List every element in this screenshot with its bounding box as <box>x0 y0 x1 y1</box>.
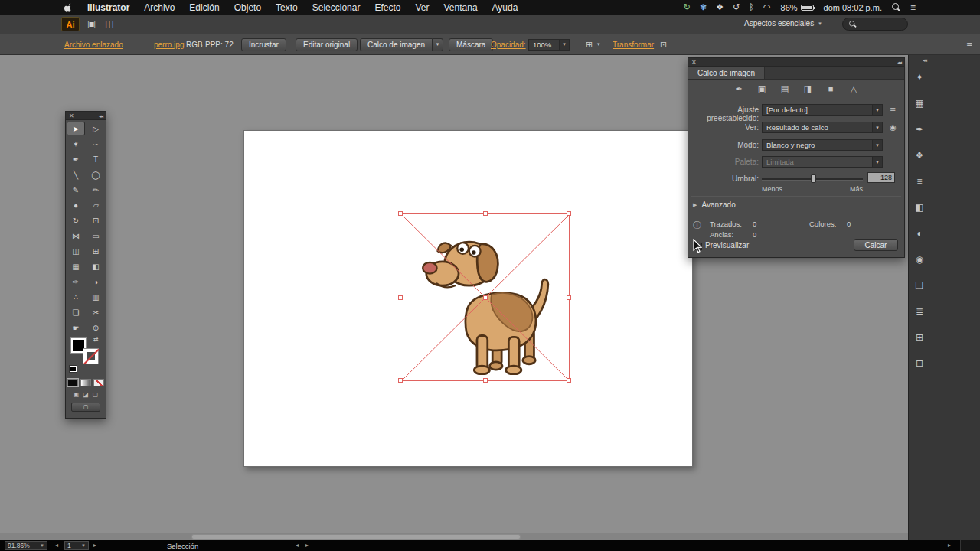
preset-menu-icon[interactable]: ≣ <box>890 106 896 114</box>
tool-perspective-grid[interactable]: ⊞ <box>87 244 105 258</box>
tab-image-trace[interactable]: Calco de imagen <box>688 67 765 79</box>
auto-color-icon[interactable]: ✒ <box>731 83 746 95</box>
tool-column-graph[interactable]: ▥ <box>87 290 105 304</box>
bridge-icon[interactable]: ▣ <box>87 18 96 29</box>
stroke-color-swatch[interactable] <box>83 348 99 364</box>
preset-dropdown[interactable]: [Por defecto] ▾ <box>762 104 883 116</box>
transparency-panel-icon[interactable]: ◐ <box>911 227 928 240</box>
tools-panel-titlebar[interactable]: ✕ ◂◂ <box>66 112 106 120</box>
brushes-panel-icon[interactable]: ✒ <box>911 122 928 136</box>
collapse-icon[interactable]: ◂◂ <box>897 58 901 67</box>
tool-eyedropper[interactable]: ✑ <box>67 275 85 289</box>
tool-width[interactable]: ⋈ <box>67 229 85 243</box>
status-prev-icon[interactable]: ◂ <box>296 542 299 549</box>
grayscale-icon[interactable]: ◨ <box>800 83 815 95</box>
edit-original-button[interactable]: Editar original <box>296 38 358 51</box>
swap-fill-stroke-icon[interactable]: ⇄ <box>93 336 99 343</box>
appearance-panel-icon[interactable]: ◉ <box>911 253 928 266</box>
time-machine-icon[interactable]: ↺ <box>733 3 740 11</box>
zoom-level-dropdown[interactable]: 91.86% ▼ <box>5 541 47 550</box>
selection-handle[interactable] <box>567 378 571 383</box>
selection-center-handle[interactable] <box>483 295 488 300</box>
low-color-icon[interactable]: ▤ <box>777 83 792 95</box>
scroll-right-icon[interactable]: ▸ <box>948 542 951 549</box>
tool-scale[interactable]: ⊡ <box>87 214 105 227</box>
notification-center-icon[interactable]: ≡ <box>910 2 916 13</box>
tool-pen[interactable]: ✒ <box>67 152 85 166</box>
draw-normal-icon[interactable]: ▣ <box>74 391 80 398</box>
linked-file-link[interactable]: Archivo enlazado <box>64 34 123 54</box>
menu-ayuda[interactable]: Ayuda <box>492 2 518 13</box>
search-input[interactable] <box>842 18 908 31</box>
trace-button[interactable]: Calcar <box>854 239 898 251</box>
expand-panels-icon[interactable]: ◂◂ <box>923 57 926 64</box>
tool-selection[interactable]: ➤ <box>67 122 85 135</box>
apple-icon[interactable] <box>64 2 73 12</box>
layers-panel-icon[interactable]: ≣ <box>911 305 928 318</box>
menu-seleccionar[interactable]: Seleccionar <box>312 2 361 13</box>
tool-paintbrush[interactable]: ✎ <box>67 183 85 197</box>
battery-indicator[interactable]: 86% <box>781 3 814 12</box>
paw-icon[interactable]: ✾ <box>700 3 707 11</box>
screen-mode-button[interactable]: ▢ <box>71 403 100 412</box>
opacity-link[interactable]: Opacidad: <box>491 34 526 54</box>
image-trace-dropdown-icon[interactable]: ▾ <box>433 38 443 51</box>
filename-link[interactable]: perro.jpg <box>154 34 184 54</box>
view-dropdown[interactable]: Resultado de calco ▾ <box>762 122 883 133</box>
menubar-clock[interactable]: dom 08:02 p.m. <box>824 3 882 12</box>
tool-eraser[interactable]: ▱ <box>87 198 105 212</box>
outline-icon[interactable]: △ <box>846 83 861 95</box>
spotlight-icon[interactable] <box>892 3 900 11</box>
tool-blend[interactable]: ◑ <box>87 275 105 289</box>
close-icon[interactable]: ✕ <box>69 112 74 120</box>
arrange-documents-icon[interactable]: ◫ <box>105 18 113 29</box>
selection-handle[interactable] <box>398 211 403 216</box>
tool-slice[interactable]: ✂ <box>87 305 105 319</box>
tool-direct-selection[interactable]: ▷ <box>87 122 105 135</box>
selection-handle[interactable] <box>567 295 571 300</box>
status-next-icon[interactable]: ▸ <box>305 542 309 549</box>
swatches-panel-icon[interactable]: ▦ <box>911 96 928 110</box>
menu-edicion[interactable]: Edición <box>189 2 219 13</box>
control-panel-menu-icon[interactable]: ≣ <box>966 34 972 54</box>
selection-bounding-box[interactable] <box>400 213 570 381</box>
tool-symbol-sprayer[interactable]: ∴ <box>67 290 85 304</box>
mask-button[interactable]: Máscara <box>449 38 493 51</box>
tool-free-transform[interactable]: ▭ <box>87 229 105 243</box>
selection-handle[interactable] <box>567 211 571 216</box>
menu-ventana[interactable]: Ventana <box>444 2 478 13</box>
creative-cloud-icon[interactable]: ↻ <box>684 3 691 11</box>
selection-handle[interactable] <box>398 378 403 383</box>
tool-lasso[interactable]: ∽ <box>87 137 105 151</box>
next-artboard-icon[interactable]: ▸ <box>93 542 96 549</box>
tool-zoom[interactable]: ⊕ <box>87 321 105 334</box>
threshold-slider-thumb[interactable] <box>811 174 816 183</box>
draw-inside-icon[interactable]: ▢ <box>93 391 99 398</box>
selection-handle[interactable] <box>398 295 403 300</box>
menu-illustrator[interactable]: Illustrator <box>87 2 129 13</box>
tool-line-segment[interactable]: ╲ <box>67 168 85 181</box>
tool-ellipse[interactable]: ◯ <box>87 168 105 181</box>
scrollbar-thumb[interactable] <box>191 534 521 540</box>
bounding-box-icon[interactable]: ⊡ <box>660 34 667 54</box>
artboard-number-dropdown[interactable]: 1 ▼ <box>64 541 89 550</box>
menu-objeto[interactable]: Objeto <box>234 2 261 13</box>
embed-button[interactable]: Incrustar <box>241 38 286 51</box>
transform-link[interactable]: Transformar <box>612 34 654 54</box>
selection-handle[interactable] <box>483 211 488 216</box>
graphic-styles-panel-icon[interactable]: ❏ <box>911 279 928 292</box>
menu-archivo[interactable]: Archivo <box>144 2 175 13</box>
tool-blob-brush[interactable]: ● <box>67 198 85 212</box>
tool-pencil[interactable]: ✏ <box>87 183 105 197</box>
tool-magic-wand[interactable]: ✶ <box>67 137 85 151</box>
style-grid-icon[interactable]: ⊞ <box>586 34 593 54</box>
tool-mesh[interactable]: ▦ <box>67 259 85 273</box>
canvas-pasteboard[interactable]: ✕ ◂◂ ➤▷✶∽✒T╲◯✎✏●▱↻⊡⋈▭◫⊞▦◧✑◑∴▥❏✂☛⊕ ⇄ ▣ ◪ … <box>0 55 980 540</box>
selection-handle[interactable] <box>483 378 488 383</box>
droplet-icon[interactable]: ❖ <box>716 3 724 11</box>
tool-gradient[interactable]: ◧ <box>87 259 105 273</box>
window-resize-corner[interactable] <box>960 540 980 551</box>
collapse-icon[interactable]: ◂◂ <box>99 112 103 120</box>
tool-shape-builder[interactable]: ◫ <box>67 244 85 258</box>
black-white-icon[interactable]: ■ <box>823 83 838 95</box>
